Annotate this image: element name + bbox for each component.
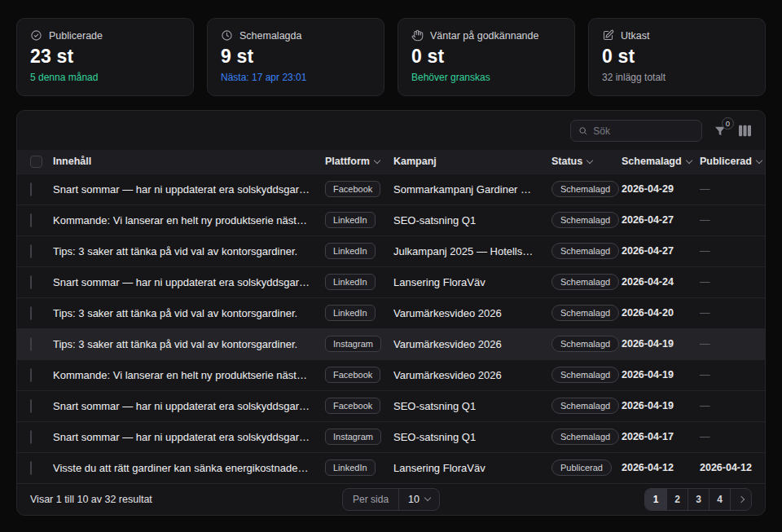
chevron-right-icon <box>737 496 744 503</box>
row-published: — <box>700 431 752 442</box>
row-checkbox[interactable] <box>30 399 32 413</box>
platform-badge: LinkedIn <box>325 274 376 290</box>
hand-icon <box>411 29 424 42</box>
row-checkbox[interactable] <box>30 461 32 475</box>
pagination-page-1[interactable]: 1 <box>645 489 666 510</box>
row-scheduled: 2026-04-27 <box>622 245 700 257</box>
status-badge: Schemalagd <box>551 274 619 290</box>
row-content: Snart sommar — har ni uppdaterat era sol… <box>53 400 325 412</box>
stat-card-subtitle: 5 denna månad <box>30 72 180 83</box>
columns-button[interactable] <box>738 125 752 137</box>
stat-card-drafts: Utkast 0 st 32 inlägg totalt <box>588 18 766 96</box>
select-all-checkbox[interactable] <box>30 156 42 168</box>
table-row[interactable]: Snart sommar — har ni uppdaterat era sol… <box>17 390 765 421</box>
row-campaign: Lansering FloraVäv <box>393 276 551 288</box>
pagination-page-4[interactable]: 4 <box>709 489 730 510</box>
row-published: — <box>700 338 752 350</box>
table-row[interactable]: Tips: 3 saker att tänka på vid val av ko… <box>17 328 765 359</box>
status-badge: Publicerad <box>551 459 612 476</box>
search-box[interactable] <box>570 120 702 142</box>
row-campaign: Sommarkampanj Gardiner 2026 <box>393 183 551 196</box>
clock-icon <box>221 29 233 42</box>
table-row[interactable]: Tips: 3 saker att tänka på vid val av ko… <box>17 235 765 266</box>
row-content: Snart sommar — har ni uppdaterat era sol… <box>53 431 325 443</box>
row-campaign: SEO-satsning Q1 <box>393 400 551 412</box>
status-badge: Schemalagd <box>551 243 619 259</box>
table-row[interactable]: Visste du att rätt gardiner kan sänka en… <box>17 452 765 483</box>
row-scheduled: 2026-04-17 <box>622 431 700 442</box>
row-published: — <box>700 214 752 226</box>
row-scheduled: 2026-04-27 <box>622 214 700 226</box>
table-header: Innehåll Plattform Kampanj Status Schema… <box>17 150 765 174</box>
column-header-campaign: Kampanj <box>393 156 551 167</box>
table-row[interactable]: Snart sommar — har ni uppdaterat era sol… <box>17 266 765 297</box>
row-checkbox[interactable] <box>30 244 32 258</box>
chevron-down-icon <box>424 495 431 501</box>
table-row[interactable]: Kommande: Vi lanserar en helt ny produkt… <box>17 204 765 235</box>
row-checkbox[interactable] <box>30 306 32 320</box>
row-campaign: Varumärkesvideo 2026 <box>393 369 551 381</box>
row-campaign: Lansering FloraVäv <box>393 462 551 474</box>
pagination-next[interactable] <box>730 489 751 510</box>
row-checkbox[interactable] <box>30 430 32 444</box>
search-input[interactable] <box>593 125 694 137</box>
column-header-status[interactable]: Status <box>551 156 622 167</box>
row-scheduled: 2026-04-19 <box>622 400 700 411</box>
per-page-label: Per sida <box>343 489 398 510</box>
table-body: Snart sommar — har ni uppdaterat era sol… <box>17 174 765 483</box>
chevron-down-icon <box>586 157 593 164</box>
table-row[interactable]: Tips: 3 saker att tänka på vid val av ko… <box>17 297 765 328</box>
filter-button[interactable]: 0 <box>714 125 727 138</box>
row-checkbox[interactable] <box>30 368 32 382</box>
row-checkbox[interactable] <box>30 182 32 196</box>
table-row[interactable]: Snart sommar — har ni uppdaterat era sol… <box>17 421 765 452</box>
status-badge: Schemalagd <box>551 336 619 352</box>
stat-card-value: 9 st <box>221 46 371 68</box>
row-checkbox[interactable] <box>30 275 32 289</box>
row-content: Tips: 3 saker att tänka på vid val av ko… <box>53 245 325 257</box>
row-content: Snart sommar — har ni uppdaterat era sol… <box>53 183 325 196</box>
row-campaign: Varumärkesvideo 2026 <box>393 307 551 319</box>
per-page-control: Per sida 10 <box>342 488 440 511</box>
stat-card-scheduled: Schemalagda 9 st Nästa: 17 apr 23:01 <box>207 18 384 96</box>
platform-badge: Facebook <box>325 367 380 383</box>
platform-badge: LinkedIn <box>325 243 376 259</box>
per-page-select[interactable]: 10 <box>398 489 439 510</box>
stat-card-subtitle: 32 inlägg totalt <box>602 72 752 83</box>
platform-badge: LinkedIn <box>325 212 376 228</box>
column-header-scheduled[interactable]: Schemalagd <box>622 156 700 167</box>
row-scheduled: 2026-04-24 <box>622 276 700 288</box>
pagination: 1234 <box>644 488 752 511</box>
row-checkbox[interactable] <box>30 337 32 351</box>
row-content: Visste du att rätt gardiner kan sänka en… <box>53 462 325 474</box>
row-scheduled: 2026-04-19 <box>622 369 700 380</box>
platform-badge: Facebook <box>325 398 380 414</box>
stat-card-label: Publicerade <box>49 30 103 42</box>
row-campaign: Julkampanj 2025 — Hotellsegmen... <box>393 245 551 257</box>
row-content: Tips: 3 saker att tänka på vid val av ko… <box>53 307 325 319</box>
filter-count-badge: 0 <box>722 117 734 130</box>
status-badge: Schemalagd <box>551 212 619 228</box>
table-row[interactable]: Snart sommar — har ni uppdaterat era sol… <box>17 174 765 204</box>
pagination-page-3[interactable]: 3 <box>688 489 709 510</box>
column-header-platform[interactable]: Plattform <box>325 156 393 167</box>
status-badge: Schemalagd <box>551 398 619 414</box>
stat-card-value: 0 st <box>602 46 752 68</box>
stat-card-label: Utkast <box>621 30 649 42</box>
stat-card-value: 0 st <box>411 46 561 68</box>
platform-badge: LinkedIn <box>325 459 376 476</box>
row-checkbox[interactable] <box>30 213 32 227</box>
row-campaign: SEO-satsning Q1 <box>393 431 551 443</box>
row-published: — <box>700 276 752 288</box>
column-header-published[interactable]: Publicerad <box>700 156 762 167</box>
table-row[interactable]: Kommande: Vi lanserar en helt ny produkt… <box>17 359 765 390</box>
status-badge: Schemalagd <box>551 429 619 445</box>
platform-badge: LinkedIn <box>325 305 376 321</box>
posts-table-panel: 0 Innehåll Plattform Kampanj Status Sche <box>16 110 766 516</box>
row-scheduled: 2026-04-19 <box>622 338 700 350</box>
chevron-down-icon <box>374 157 380 164</box>
row-published: — <box>700 245 752 257</box>
pagination-page-2[interactable]: 2 <box>666 489 688 510</box>
platform-badge: Facebook <box>325 181 380 197</box>
row-published: — <box>700 183 752 195</box>
